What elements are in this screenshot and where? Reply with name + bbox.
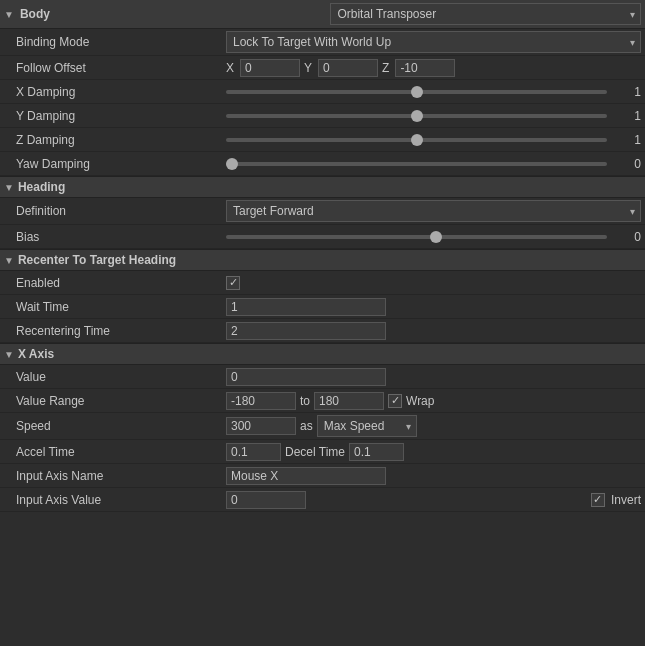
body-type-dropdown-wrapper[interactable]: Orbital Transposer — [330, 3, 641, 25]
definition-select[interactable]: Target Forward — [226, 200, 641, 222]
body-section-header[interactable]: ▼ Body Orbital Transposer — [0, 0, 645, 29]
y-damping-track[interactable] — [226, 114, 607, 118]
input-axis-value-content: Invert — [226, 491, 641, 509]
z-damping-thumb[interactable] — [411, 134, 423, 146]
input-axis-value-row: Input Axis Value Invert — [0, 488, 645, 512]
speed-mode-select[interactable]: Max Speed — [317, 415, 417, 437]
bias-label: Bias — [16, 230, 226, 244]
definition-content: Target Forward — [226, 200, 641, 222]
wrap-checkbox[interactable] — [388, 394, 402, 408]
definition-dropdown-wrapper[interactable]: Target Forward — [226, 200, 641, 222]
z-damping-content: 1 — [226, 133, 641, 147]
bias-thumb[interactable] — [430, 231, 442, 243]
value-range-label: Value Range — [16, 394, 226, 408]
x-damping-track[interactable] — [226, 90, 607, 94]
follow-offset-z[interactable] — [395, 59, 455, 77]
bias-track[interactable] — [226, 235, 607, 239]
enabled-checkbox[interactable] — [226, 276, 240, 290]
wait-time-content — [226, 298, 641, 316]
input-axis-value-input[interactable] — [226, 491, 306, 509]
decel-time-input[interactable] — [349, 443, 404, 461]
input-axis-name-input[interactable] — [226, 467, 386, 485]
xaxis-section-label: X Axis — [18, 347, 54, 361]
enabled-label: Enabled — [16, 276, 226, 290]
wrap-label: Wrap — [406, 394, 434, 408]
invert-label: Invert — [611, 493, 641, 507]
input-axis-name-label: Input Axis Name — [16, 469, 226, 483]
bias-content: 0 — [226, 230, 641, 244]
follow-offset-row: Follow Offset X Y Z — [0, 56, 645, 80]
input-axis-name-content — [226, 467, 641, 485]
x-damping-content: 1 — [226, 85, 641, 99]
y-damping-row: Y Damping 1 — [0, 104, 645, 128]
definition-row: Definition Target Forward — [0, 198, 645, 225]
binding-mode-row: Binding Mode Lock To Target With World U… — [0, 29, 645, 56]
value-input[interactable] — [226, 368, 386, 386]
recentering-time-row: Recentering Time — [0, 319, 645, 343]
z-damping-label: Z Damping — [16, 133, 226, 147]
invert-checkbox[interactable] — [591, 493, 605, 507]
accel-time-label: Accel Time — [16, 445, 226, 459]
speed-row: Speed as Max Speed — [0, 413, 645, 440]
body-type-select[interactable]: Orbital Transposer — [330, 3, 641, 25]
yaw-damping-content: 0 — [226, 157, 641, 171]
input-axis-value-label: Input Axis Value — [16, 493, 226, 507]
range-row: to Wrap — [226, 392, 434, 410]
heading-section-header[interactable]: ▼ Heading — [0, 176, 645, 198]
wait-time-row: Wait Time — [0, 295, 645, 319]
x-damping-label: X Damping — [16, 85, 226, 99]
accel-time-input[interactable] — [226, 443, 281, 461]
accel-content: Decel Time — [226, 443, 641, 461]
value-range-row: Value Range to Wrap — [0, 389, 645, 413]
range-min-input[interactable] — [226, 392, 296, 410]
speed-input-row: as Max Speed — [226, 415, 417, 437]
x-damping-value: 1 — [613, 85, 641, 99]
follow-offset-content: X Y Z — [226, 59, 641, 77]
x-damping-thumb[interactable] — [411, 86, 423, 98]
invert-row: Invert — [591, 493, 641, 507]
x-damping-row: X Damping 1 — [0, 80, 645, 104]
z-label: Z — [382, 61, 389, 75]
input-axis-name-row: Input Axis Name — [0, 464, 645, 488]
z-damping-value: 1 — [613, 133, 641, 147]
speed-as-label: as — [300, 419, 313, 433]
binding-mode-dropdown-wrapper[interactable]: Lock To Target With World Up — [226, 31, 641, 53]
y-damping-label: Y Damping — [16, 109, 226, 123]
binding-mode-select[interactable]: Lock To Target With World Up — [226, 31, 641, 53]
xyz-inputs: X Y Z — [226, 59, 455, 77]
recenter-section-header[interactable]: ▼ Recenter To Target Heading — [0, 249, 645, 271]
heading-arrow-icon: ▼ — [4, 182, 14, 193]
y-damping-content: 1 — [226, 109, 641, 123]
value-content — [226, 368, 641, 386]
enabled-content — [226, 276, 641, 290]
recenter-section-label: Recenter To Target Heading — [18, 253, 176, 267]
z-damping-row: Z Damping 1 — [0, 128, 645, 152]
y-damping-thumb[interactable] — [411, 110, 423, 122]
value-row: Value — [0, 365, 645, 389]
wait-time-input[interactable] — [226, 298, 386, 316]
yaw-damping-track[interactable] — [226, 162, 607, 166]
decel-time-label: Decel Time — [285, 445, 345, 459]
speed-input[interactable] — [226, 417, 296, 435]
x-label: X — [226, 61, 234, 75]
value-label: Value — [16, 370, 226, 384]
range-max-input[interactable] — [314, 392, 384, 410]
speed-mode-dropdown-wrapper[interactable]: Max Speed — [317, 415, 417, 437]
binding-mode-label: Binding Mode — [16, 35, 226, 49]
follow-offset-y[interactable] — [318, 59, 378, 77]
y-damping-value: 1 — [613, 109, 641, 123]
yaw-damping-thumb[interactable] — [226, 158, 238, 170]
y-label: Y — [304, 61, 312, 75]
body-arrow-icon: ▼ — [4, 9, 14, 20]
recentering-time-content — [226, 322, 641, 340]
range-to-label: to — [300, 394, 310, 408]
follow-offset-x[interactable] — [240, 59, 300, 77]
yaw-damping-value: 0 — [613, 157, 641, 171]
xaxis-section-header[interactable]: ▼ X Axis — [0, 343, 645, 365]
speed-label: Speed — [16, 419, 226, 433]
z-damping-track[interactable] — [226, 138, 607, 142]
recentering-time-input[interactable] — [226, 322, 386, 340]
recenter-arrow-icon: ▼ — [4, 255, 14, 266]
yaw-damping-label: Yaw Damping — [16, 157, 226, 171]
wait-time-label: Wait Time — [16, 300, 226, 314]
